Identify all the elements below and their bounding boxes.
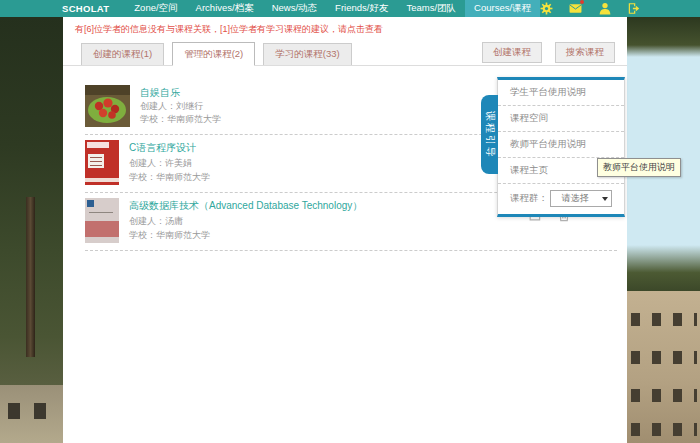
- top-navbar: SCHOLAT Zone/空间 Archives/档案 News/动态 Frie…: [0, 0, 700, 17]
- nav-item-news[interactable]: News/动态: [263, 0, 326, 17]
- cover-mark: [87, 200, 94, 207]
- nav-icon-group: [540, 2, 640, 15]
- create-course-button[interactable]: 创建课程: [482, 42, 542, 63]
- cover-band: [85, 221, 119, 237]
- course-school: 学校：华南师范大学: [129, 171, 210, 184]
- course-creator: 创建人：汤庸: [129, 215, 362, 228]
- course-guide-panel: 课程引导 学生平台使用说明 课程空间 教师平台使用说明 课程主页 课程群： 请选…: [497, 77, 625, 217]
- tree-trunk: [26, 197, 35, 357]
- course-guide-tab-label: 课程引导: [483, 111, 497, 159]
- course-school: 学校：华南师范大学: [129, 229, 362, 242]
- cover-line: [89, 212, 113, 213]
- course-group-select[interactable]: 请选择: [550, 190, 612, 207]
- course-thumbnail[interactable]: [85, 198, 119, 243]
- nav-item-teams[interactable]: Teams/团队: [397, 0, 465, 17]
- page: SCHOLAT Zone/空间 Archives/档案 News/动态 Frie…: [0, 0, 700, 443]
- course-school: 学校：华南师范大学: [140, 113, 221, 126]
- trees: [627, 245, 700, 291]
- course-title-link[interactable]: C语言程序设计: [129, 141, 210, 155]
- profile-icon[interactable]: [598, 2, 611, 15]
- course-guide-tab[interactable]: 课程引导: [481, 95, 498, 174]
- nav-menu: Zone/空间 Archives/档案 News/动态 Friends/好友 T…: [125, 0, 540, 17]
- course-creator: 创建人：刘继行: [140, 100, 221, 113]
- guide-item-student-manual[interactable]: 学生平台使用说明: [498, 80, 624, 106]
- selected-option: 请选择: [551, 192, 599, 205]
- nav-item-friends[interactable]: Friends/好友: [326, 0, 397, 17]
- nav-item-zone[interactable]: Zone/空间: [125, 0, 186, 17]
- tab-created-courses[interactable]: 创建的课程(1): [81, 43, 164, 65]
- building-left: [0, 385, 63, 443]
- tab-managed-courses[interactable]: 管理的课程(2): [172, 42, 255, 66]
- background-photo-right: [627, 17, 700, 443]
- nav-item-courses[interactable]: Courses/课程: [465, 0, 540, 17]
- mail-icon[interactable]: [569, 2, 582, 15]
- course-thumbnail[interactable]: [85, 85, 130, 127]
- search-course-button[interactable]: 搜索课程: [555, 42, 615, 63]
- unread-badge: [580, 0, 584, 4]
- window-row: [631, 423, 697, 436]
- guide-item-teacher-manual[interactable]: 教师平台使用说明: [498, 132, 624, 158]
- course-info: C语言程序设计 创建人：许美娟 学校：华南师范大学: [129, 140, 210, 185]
- building-right: [627, 291, 700, 443]
- window: [34, 403, 46, 419]
- scholat-logo[interactable]: SCHOLAT: [62, 3, 109, 14]
- tab-learning-courses[interactable]: 学习的课程(33): [263, 43, 351, 65]
- cover-title-area: [87, 142, 109, 148]
- course-group-label: 课程群：: [510, 192, 548, 205]
- course-title-link[interactable]: 自娱自乐: [140, 86, 221, 100]
- window: [8, 403, 20, 419]
- logout-icon[interactable]: [627, 2, 640, 15]
- window-row: [631, 351, 697, 364]
- settings-icon[interactable]: [540, 2, 553, 15]
- chevron-down-icon: [599, 191, 611, 206]
- course-info: 自娱自乐 创建人：刘继行 学校：华南师范大学: [140, 85, 221, 127]
- course-info: 高级数据库技术（Advanced Database Technology） 创建…: [129, 198, 362, 243]
- course-tabs: 创建的课程(1) 管理的课程(2) 学习的课程(33) 创建课程 搜索课程: [63, 40, 627, 66]
- background-photo-left: [0, 17, 63, 443]
- course-group-row: 课程群： 请选择: [498, 184, 624, 214]
- notice-bar[interactable]: 有[6]位学者的信息没有与课程关联，[1]位学者有学习课程的建议，请点击查看: [63, 17, 627, 40]
- guide-item-course-space[interactable]: 课程空间: [498, 106, 624, 132]
- tooltip: 教师平台使用说明: [597, 158, 681, 177]
- window-row: [631, 313, 697, 326]
- course-thumbnail[interactable]: [85, 140, 119, 185]
- cover-label: [88, 154, 104, 168]
- course-title-link[interactable]: 高级数据库技术（Advanced Database Technology）: [129, 199, 362, 213]
- course-creator: 创建人：许美娟: [129, 157, 210, 170]
- trees: [627, 17, 700, 57]
- window-row: [631, 389, 697, 402]
- cover-footer: [85, 178, 119, 182]
- nav-item-archives[interactable]: Archives/档案: [187, 0, 263, 17]
